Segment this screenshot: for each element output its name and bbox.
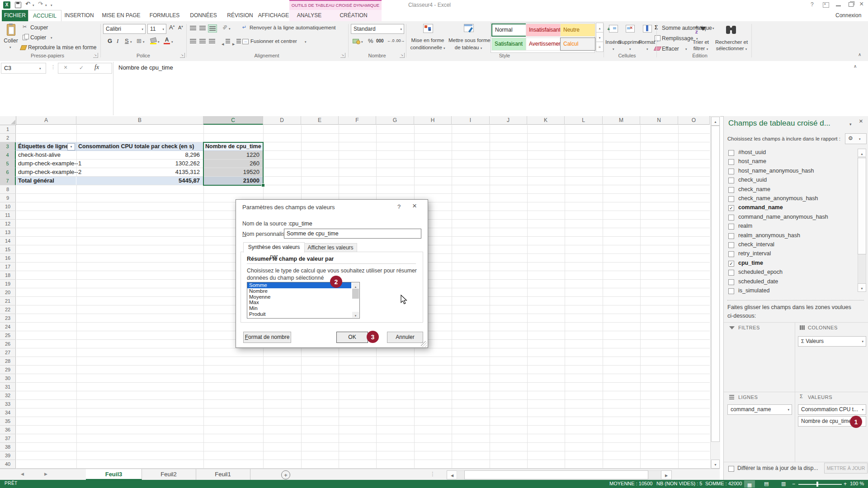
- field-item-cpu_time[interactable]: ✓cpu_time: [727, 259, 856, 268]
- row-header-33[interactable]: 33: [0, 400, 16, 408]
- dialog-close-icon[interactable]: ×: [412, 202, 417, 211]
- insert-function-icon[interactable]: fx: [94, 64, 99, 71]
- collapse-formula-bar-icon[interactable]: ∧: [854, 64, 857, 69]
- fields-scroll-down[interactable]: ▼: [858, 283, 866, 292]
- formula-bar-grip-icon[interactable]: ⋮: [51, 64, 56, 70]
- row-labels-filter-button[interactable]: ▾: [67, 143, 75, 150]
- row-header-25[interactable]: 25: [0, 331, 16, 340]
- field-item-is_simulated[interactable]: is_simulated: [727, 287, 856, 296]
- row-header-16[interactable]: 16: [0, 254, 16, 263]
- shrink-font-button[interactable]: A▾: [178, 25, 183, 30]
- tab-fichier[interactable]: FICHIER: [2, 10, 28, 21]
- sheet-nav-right-icon[interactable]: ▶: [44, 472, 47, 476]
- dialog-launcher-icon[interactable]: ↘: [93, 53, 98, 58]
- row-header-6[interactable]: 6: [0, 168, 16, 177]
- collapse-ribbon-icon[interactable]: ∧: [858, 52, 861, 57]
- sheet-tab-feuil2[interactable]: Feuil2: [142, 469, 196, 480]
- row-header-9[interactable]: 9: [0, 194, 16, 202]
- row-header-1[interactable]: 1: [0, 125, 16, 134]
- orientation-button[interactable]: ab: [222, 24, 228, 30]
- ribbon-display-icon[interactable]: ▴: [823, 2, 829, 8]
- number-format-button[interactable]: Format de nombre: [243, 332, 291, 343]
- percent-style-button[interactable]: %: [368, 38, 373, 44]
- row-header-17[interactable]: 17: [0, 263, 16, 271]
- font-color-dropdown-icon[interactable]: ▾: [171, 40, 173, 44]
- decrease-decimal-button[interactable]: .00→: [395, 38, 405, 43]
- increase-indent-icon[interactable]: ▶: [232, 39, 235, 47]
- row-header-29[interactable]: 29: [0, 366, 16, 374]
- tab-scrollbar-splitter[interactable]: ⋮: [430, 471, 435, 477]
- tab-formules[interactable]: FORMULES: [145, 10, 184, 21]
- listbox-scroll-down[interactable]: ▾: [352, 312, 359, 318]
- cell-style-satisfaisant[interactable]: Satisfaisant: [491, 38, 527, 51]
- field-checkbox-check_uuid[interactable]: [728, 178, 734, 183]
- zoom-slider-thumb[interactable]: [816, 482, 818, 487]
- row-header-3[interactable]: 3: [0, 142, 16, 151]
- field-checkbox-check_name[interactable]: [728, 187, 734, 193]
- fields-scroll-thumb[interactable]: [858, 158, 866, 254]
- row-header-27[interactable]: 27: [0, 348, 16, 357]
- column-header-E[interactable]: E: [301, 116, 339, 125]
- tab-affichage[interactable]: AFFICHAGE: [258, 10, 289, 21]
- field-item-scheduled_date[interactable]: scheduled_date: [727, 278, 856, 287]
- view-layout-icon[interactable]: ▤: [764, 481, 769, 487]
- listbox-scroll-thumb[interactable]: [352, 289, 359, 299]
- field-item-command_name_anonymous_hash[interactable]: command_name_anonymous_hash: [727, 213, 856, 222]
- field-checkbox-check_interval[interactable]: [728, 242, 734, 248]
- dialog-help-icon[interactable]: ?: [397, 203, 401, 210]
- format-as-table-button[interactable]: Mettre sous forme de tableau ▾: [448, 23, 488, 53]
- column-header-I[interactable]: I: [452, 116, 490, 125]
- zoom-in-icon[interactable]: +: [844, 481, 847, 487]
- row-header-21[interactable]: 21: [0, 297, 16, 305]
- row-header-12[interactable]: 12: [0, 220, 16, 228]
- columns-pill-valeurs[interactable]: Σ Valeurs ▾: [798, 336, 866, 347]
- column-header-D[interactable]: D: [263, 116, 301, 125]
- align-middle-icon[interactable]: [199, 26, 206, 30]
- tab-révision[interactable]: RÉVISION: [222, 10, 258, 21]
- field-checkbox-realm[interactable]: [728, 224, 734, 230]
- align-top-icon[interactable]: [190, 26, 196, 30]
- listbox-scroll-up[interactable]: ▴: [352, 283, 359, 289]
- field-item-check_name_anonymous_hash[interactable]: check_name_anonymous_hash: [727, 195, 856, 204]
- field-item-check_name[interactable]: check_name: [727, 186, 856, 195]
- enter-formula-icon[interactable]: ✓: [79, 65, 84, 71]
- sheet-nav-left-icon[interactable]: ◀: [21, 472, 24, 476]
- scroll-down-button[interactable]: ▼: [711, 460, 720, 469]
- option-moyenne[interactable]: Moyenne: [247, 294, 351, 300]
- status-sum[interactable]: SOMME : 42000: [705, 481, 742, 486]
- row-header-20[interactable]: 20: [0, 288, 16, 297]
- column-header-B[interactable]: B: [76, 116, 203, 125]
- undo-dropdown-icon[interactable]: ▾: [33, 4, 34, 7]
- field-item-realm_anonymous_hash[interactable]: realm_anonymous_hash: [727, 232, 856, 241]
- field-item-check_interval[interactable]: check_interval: [727, 241, 856, 250]
- row-header-40[interactable]: 40: [0, 460, 16, 469]
- sort-filter-button[interactable]: A Z Trier et filtrer ▾: [689, 24, 712, 52]
- scroll-up-button[interactable]: ▲: [711, 117, 720, 126]
- bold-button[interactable]: G: [108, 38, 112, 44]
- currency-dropdown-icon[interactable]: ▾: [361, 40, 363, 44]
- field-checkbox-command_name_anonymous_hash[interactable]: [728, 215, 734, 221]
- column-header-F[interactable]: F: [339, 116, 376, 125]
- dialog-launcher-icon[interactable]: ↘: [340, 53, 345, 58]
- delete-cells-button[interactable]: × Supprimer ▾: [621, 24, 639, 52]
- column-header-L[interactable]: L: [565, 116, 603, 125]
- field-checkbox-realm_anonymous_hash[interactable]: [728, 233, 734, 239]
- dialog-title[interactable]: Paramètres des champs de valeurs: [242, 204, 335, 211]
- grow-font-button[interactable]: A▴: [169, 24, 175, 31]
- column-header-K[interactable]: K: [527, 116, 565, 125]
- currency-button[interactable]: [353, 38, 360, 44]
- align-right-icon[interactable]: [209, 39, 215, 43]
- cell-style-neutre[interactable]: Neutre: [560, 23, 595, 37]
- field-checkbox-command_name[interactable]: ✓: [728, 205, 734, 211]
- calculation-type-listbox[interactable]: ▴ ▾ SommeNombreMoyenneMaxMinProduit: [247, 282, 360, 319]
- number-format-dropdown-icon[interactable]: ▾: [400, 28, 402, 31]
- row-header-36[interactable]: 36: [0, 426, 16, 434]
- option-produit[interactable]: Produit: [247, 311, 351, 317]
- field-item-host_uuid[interactable]: #host_uuid: [727, 149, 856, 158]
- field-item-check_uuid[interactable]: check_uuid: [727, 176, 856, 185]
- column-header-N[interactable]: N: [640, 116, 678, 125]
- update-button[interactable]: METTRE À JOUR: [824, 463, 868, 474]
- column-header-M[interactable]: M: [603, 116, 640, 125]
- field-checkbox-retry_interval[interactable]: [728, 251, 734, 257]
- gallery-scroll-down[interactable]: ▾: [596, 32, 604, 42]
